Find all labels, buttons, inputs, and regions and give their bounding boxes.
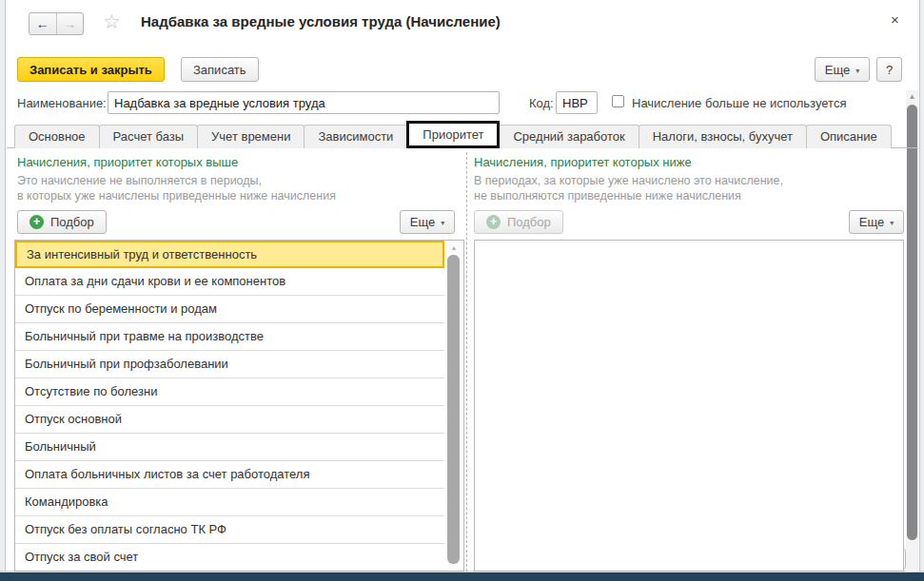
form-vertical-scrollbar[interactable]: ▲ <box>906 90 918 571</box>
code-field-label: Код: <box>529 96 554 110</box>
save-and-close-button[interactable]: Записать и закрыть <box>17 57 165 82</box>
higher-priority-list: За интенсивный труд и ответственностьОпл… <box>14 240 464 571</box>
chevron-down-icon: ▾ <box>890 219 894 227</box>
window-bottom-bar <box>0 572 924 581</box>
tab[interactable]: Налоги, взносы, бухучет <box>639 125 807 148</box>
higher-priority-header: Начисления, приоритет которых выше <box>17 155 238 169</box>
list-item[interactable]: Больничный при травме на производстве <box>15 323 444 351</box>
close-icon[interactable]: × <box>891 11 899 28</box>
list-item[interactable]: Больничный <box>15 434 444 461</box>
list-scrollbar[interactable]: ▲ <box>445 242 462 570</box>
more-button-top[interactable]: Еще ▾ <box>815 57 870 82</box>
list-item[interactable]: Оплата за дни сдачи крови и ее компонент… <box>15 268 444 296</box>
plus-icon: + <box>486 215 501 229</box>
list-item[interactable]: За интенсивный труд и ответственность <box>15 241 444 268</box>
more-button-left[interactable]: Еще ▾ <box>400 210 455 234</box>
tab[interactable]: Средний заработок <box>499 125 639 148</box>
save-button[interactable]: Записать <box>181 57 259 82</box>
scroll-up-icon[interactable]: ▲ <box>906 92 918 101</box>
tab-bar: ОсновноеРасчет базыУчет времениЗависимос… <box>14 124 891 148</box>
forward-button[interactable]: → <box>57 13 84 34</box>
history-nav-group: ← → <box>29 12 84 35</box>
scroll-up-icon[interactable]: ▲ <box>445 244 462 251</box>
name-input[interactable] <box>108 91 500 114</box>
list-item[interactable]: Командировка <box>15 489 444 516</box>
not-used-checkbox[interactable] <box>612 95 624 107</box>
scrollbar-thumb[interactable] <box>447 255 460 564</box>
tab[interactable]: Зависимости <box>304 125 407 148</box>
window-left-border <box>0 0 6 581</box>
lower-priority-list <box>474 240 904 571</box>
list-item[interactable]: Отпуск по беременности и родам <box>15 296 444 323</box>
pick-button-label: Подбор <box>50 215 94 229</box>
favorite-star-icon[interactable]: ☆ <box>103 10 121 33</box>
more-button-label: Еще <box>825 63 850 77</box>
list-item[interactable]: Отпуск основной <box>15 406 444 434</box>
lower-priority-description: В периодах, за которые уже начислено это… <box>474 173 783 203</box>
list-item[interactable]: Отпуск без оплаты согласно ТК РФ <box>15 516 444 544</box>
chevron-down-icon: ▾ <box>441 219 444 227</box>
code-input[interactable] <box>556 91 598 114</box>
list-item[interactable]: Отсутствие по болезни <box>15 378 444 406</box>
list-item[interactable]: Оплата больничных листов за счет работод… <box>15 461 444 489</box>
more-button-label: Еще <box>859 215 884 229</box>
back-button[interactable]: ← <box>29 13 57 34</box>
lower-priority-header: Начисления, приоритет которых ниже <box>474 155 692 169</box>
page-title: Надбавка за вредные условия труда (Начис… <box>141 13 501 29</box>
pick-button-left[interactable]: + Подбор <box>17 210 107 234</box>
list-item[interactable]: Больничный при профзаболевании <box>15 351 444 378</box>
window-right-border <box>919 0 924 581</box>
higher-priority-description: Это начисление не выполняется в периоды,… <box>17 173 336 203</box>
pick-button-right: + Подбор <box>474 210 563 234</box>
name-field-label: Наименование: <box>17 96 107 110</box>
scrollbar-thumb[interactable] <box>907 105 917 540</box>
accrual-form-window: ▲ ▼ ← → ☆ Надбавка за вредные условия тр… <box>0 0 924 581</box>
panel-splitter[interactable] <box>466 152 467 571</box>
more-button-right[interactable]: Еще ▾ <box>849 210 904 234</box>
higher-priority-rows: За интенсивный труд и ответственностьОпл… <box>15 241 444 571</box>
chevron-down-icon: ▾ <box>855 67 859 75</box>
list-item[interactable]: Отпуск за свой счет <box>15 544 444 571</box>
help-button[interactable]: ? <box>876 57 902 82</box>
not-used-checkbox-label: Начисление больше не используется <box>632 96 846 110</box>
tab[interactable]: Основное <box>14 125 100 148</box>
tab[interactable]: Приоритет <box>406 121 500 148</box>
tab[interactable]: Описание <box>806 125 892 148</box>
tab[interactable]: Расчет базы <box>99 125 199 148</box>
plus-icon: + <box>29 215 44 229</box>
more-button-label: Еще <box>410 215 435 229</box>
pick-button-label: Подбор <box>507 215 551 229</box>
tab[interactable]: Учет времени <box>197 125 305 148</box>
